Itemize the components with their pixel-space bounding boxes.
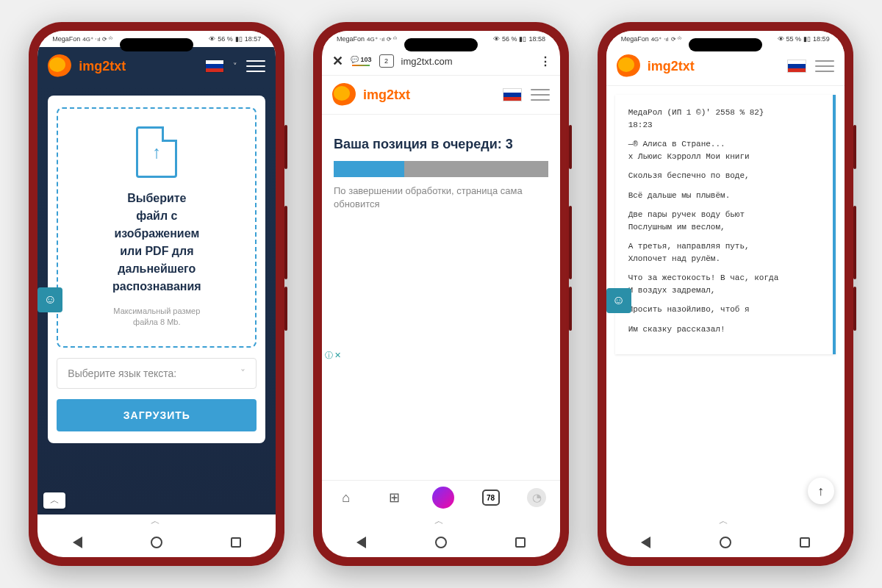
status-bar: MegaFon 4G⁺ ‧ıl ⟳ ⁽ⁱ⁾ 👁 56 % ▮▯ 18:58 xyxy=(322,31,560,47)
upload-sub-line: файла 8 Mb. xyxy=(68,317,245,328)
language-select[interactable]: Выберите язык текста: ˅ xyxy=(57,358,257,389)
chat-widget-button[interactable]: ☺ xyxy=(606,288,631,313)
signal-extra-icon: ⟳ ⁽ⁱ⁾ xyxy=(671,36,681,43)
battery-label: 56 % xyxy=(502,35,517,43)
logo-icon xyxy=(48,54,74,78)
ocr-line: А третья, направляя путь, Хлопочет над р… xyxy=(628,240,820,265)
flag-icon[interactable] xyxy=(787,60,806,73)
close-ad-icon[interactable]: ✕ xyxy=(334,351,341,360)
queue-title: Ваша позиция в очереди: 3 xyxy=(334,137,548,152)
info-icon: ⓘ xyxy=(325,350,333,361)
ocr-line: —® Алиса в Стране... х Льюис Кэрролл Мои… xyxy=(628,138,820,162)
tabs-counter-icon[interactable]: 2 xyxy=(379,54,394,68)
carrier-label: MegaFon xyxy=(337,35,365,43)
chevron-down-icon: ˅ xyxy=(240,368,245,379)
expand-button[interactable]: ︿ xyxy=(43,492,65,509)
upload-text-line: дальнейшего xyxy=(68,260,245,278)
clock-label: 18:57 xyxy=(245,35,262,43)
logo-icon xyxy=(617,54,643,78)
progress-bar xyxy=(334,161,548,177)
menu-button[interactable] xyxy=(815,60,834,72)
close-button[interactable]: ✕ xyxy=(332,53,343,69)
progress-fill xyxy=(334,161,404,177)
main-content: МедаРол (ИП 1 ©)' 2558 % 82} 18:23 —® Ал… xyxy=(606,86,845,514)
signal-icon: 4G⁺ ‧ıl xyxy=(651,36,669,43)
carrier-label: MegaFon xyxy=(621,35,649,43)
alice-assistant-icon[interactable] xyxy=(432,487,454,509)
eye-icon: 👁 xyxy=(209,35,215,43)
clock-label: 18:59 xyxy=(813,35,830,43)
upload-text-line: файл с xyxy=(68,207,245,225)
ocr-line: Просить назойливо, чтоб я xyxy=(628,304,820,316)
status-bar: MegaFon 4G⁺ ‧ıl ⟳ ⁽ⁱ⁾ 👁 56 % ▮▯ 18:57 xyxy=(37,31,276,47)
home-button[interactable] xyxy=(717,534,734,551)
tabs-count-button[interactable]: 78 xyxy=(482,490,500,506)
home-button[interactable] xyxy=(433,534,449,551)
kebab-menu-button[interactable]: ⋮ xyxy=(539,54,550,68)
upload-sub-line: Максимальный размер xyxy=(68,306,245,317)
signal-extra-icon: ⟳ ⁽ⁱ⁾ xyxy=(102,36,112,43)
chat-widget-button[interactable]: ☺ xyxy=(37,287,62,312)
ocr-line: Две пары ручек воду бьют Послушным им ве… xyxy=(628,209,820,233)
flag-icon[interactable] xyxy=(503,88,522,101)
recents-button[interactable] xyxy=(512,534,528,551)
address-bar[interactable]: img2txt.com xyxy=(401,56,532,67)
signal-icon: 4G⁺ ‧ıl xyxy=(367,36,384,43)
upload-text-line: Выберите xyxy=(68,190,245,207)
carrier-label: MegaFon xyxy=(52,35,80,43)
brand-name: img2txt xyxy=(363,87,410,103)
menu-button[interactable] xyxy=(531,89,550,101)
brand-logo[interactable]: img2txt xyxy=(617,54,695,78)
browser-toolbar: ✕ 💬 103 2 img2txt.com ⋮ xyxy=(322,47,560,76)
battery-icon: ▮▯ xyxy=(803,35,811,43)
ocr-line: Всё дальше мы плывём. xyxy=(628,190,820,202)
status-bar: MegaFon 4G⁺ ‧ıl ⟳ ⁽ⁱ⁾ 👁 55 % ▮▯ 18:59 xyxy=(606,31,845,47)
file-upload-icon: ↑ xyxy=(136,126,177,178)
ocr-line: МедаРол (ИП 1 ©)' 2558 % 82} 18:23 xyxy=(628,107,820,131)
app-header: img2txt xyxy=(322,76,560,115)
back-button[interactable] xyxy=(354,534,370,551)
upload-button[interactable]: ЗАГРУЗИТЬ xyxy=(57,399,257,431)
gesture-hint-icon: ︿ xyxy=(606,514,845,528)
android-navbar xyxy=(37,528,276,557)
phone-2: MegaFon 4G⁺ ‧ıl ⟳ ⁽ⁱ⁾ 👁 56 % ▮▯ 18:58 ✕ … xyxy=(313,22,569,566)
menu-button[interactable] xyxy=(246,60,265,72)
browser-bottom-nav: ⌂ ⊞ 78 ◔ xyxy=(322,480,560,514)
ocr-line: Скользя беспечно по воде, xyxy=(628,170,820,182)
gesture-hint-icon: ︿ xyxy=(322,514,560,528)
ad-marker[interactable]: ⓘ ✕ xyxy=(325,350,341,361)
recents-button[interactable] xyxy=(228,534,244,551)
brand-logo[interactable]: img2txt xyxy=(332,83,410,107)
flag-icon[interactable] xyxy=(205,60,224,73)
scroll-to-top-button[interactable]: ↑ xyxy=(808,478,834,504)
logo-icon xyxy=(332,83,359,107)
phone-3: MegaFon 4G⁺ ‧ıl ⟳ ⁽ⁱ⁾ 👁 55 % ▮▯ 18:59 im… xyxy=(598,22,853,566)
clock-label: 18:58 xyxy=(528,35,545,43)
brand-name: img2txt xyxy=(648,59,695,74)
main-content: ↑ Выберите файл с изображением или PDF д… xyxy=(37,85,276,514)
android-navbar xyxy=(322,528,560,557)
profile-avatar-icon[interactable]: ◔ xyxy=(527,488,546,507)
upload-dropzone[interactable]: ↑ Выберите файл с изображением или PDF д… xyxy=(57,107,257,348)
gesture-hint-icon: ︿ xyxy=(37,514,276,528)
upload-text-line: распознавания xyxy=(68,278,245,295)
brand-name: img2txt xyxy=(79,59,126,74)
back-button[interactable] xyxy=(638,534,654,551)
comments-indicator[interactable]: 💬 103 xyxy=(351,56,372,66)
app-header: img2txt xyxy=(606,47,845,86)
eye-icon: 👁 xyxy=(493,35,500,43)
upload-text-line: или PDF для xyxy=(68,243,245,260)
eye-icon: 👁 xyxy=(778,35,784,43)
chevron-down-icon[interactable]: ˅ xyxy=(233,62,237,71)
battery-icon: ▮▯ xyxy=(519,35,526,43)
back-button[interactable] xyxy=(69,534,85,551)
recents-button[interactable] xyxy=(797,534,813,551)
brand-logo[interactable]: img2txt xyxy=(48,54,126,78)
apps-icon[interactable]: ⊞ xyxy=(384,487,404,508)
ocr-result-text[interactable]: МедаРол (ИП 1 ©)' 2558 % 82} 18:23 —® Ал… xyxy=(615,95,836,354)
signal-icon: 4G⁺ ‧ıl xyxy=(82,36,100,43)
home-button[interactable] xyxy=(148,534,165,551)
ocr-line: Что за жестокость! В час, когда И воздух… xyxy=(628,272,820,296)
home-icon[interactable]: ⌂ xyxy=(336,487,356,508)
battery-label: 55 % xyxy=(786,35,802,43)
